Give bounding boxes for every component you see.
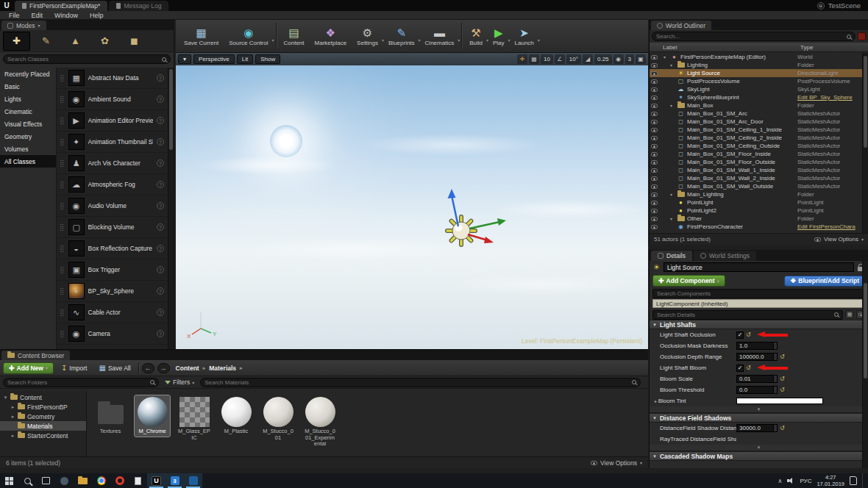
toolbar-settings-button[interactable]: ⚙Settings▾ <box>352 25 383 47</box>
blueprint-add-script-button[interactable]: ❖ Blueprint/Add Script <box>784 276 865 287</box>
asset-m-glass-epic[interactable]: M_Glass_EPIC <box>177 395 212 442</box>
asset-m-chrome[interactable]: M_Chrome <box>135 395 170 437</box>
visibility-eye-icon[interactable] <box>651 193 658 197</box>
notepad-icon[interactable] <box>129 473 147 488</box>
clock[interactable]: 4:27 17.01.2019 <box>817 474 844 488</box>
expander-icon[interactable]: ▾ <box>670 216 675 221</box>
outliner-search-input[interactable] <box>656 33 844 40</box>
visibility-eye-icon[interactable] <box>651 112 658 116</box>
outliner-row-postprocessvolume[interactable]: ▢PostProcessVolumePostProcessVolume <box>650 77 862 85</box>
section-expand-button[interactable]: ▼ <box>650 445 868 451</box>
add-new-button[interactable]: ✚ Add New ▾ <box>3 362 54 374</box>
app-3-icon[interactable]: 3 <box>166 473 184 488</box>
filters-button[interactable]: Filters ▾ <box>163 378 196 386</box>
reset-icon[interactable]: ↺ <box>746 365 751 371</box>
reset-icon[interactable]: ↺ <box>780 425 785 431</box>
breadcrumb-content[interactable]: Content <box>176 365 199 372</box>
visibility-eye-icon[interactable] <box>651 225 658 229</box>
actor-name-field[interactable]: Light Source <box>664 262 854 272</box>
back-button[interactable]: ← <box>142 363 154 373</box>
document-tab-firstpersonexamplemap[interactable]: FirstPersonExampleMap* <box>15 1 107 11</box>
visibility-eye-icon[interactable] <box>651 217 658 221</box>
outliner-row-main-box-01-sm-floor-inside[interactable]: ◻Main_Box_01_SM_Floor_InsideStaticMeshAc… <box>650 150 862 158</box>
category-geometry[interactable]: Geometry <box>0 130 56 143</box>
grid-snap-value[interactable]: 10 <box>541 54 553 64</box>
search-assets-input[interactable] <box>204 379 629 386</box>
landscape-mode-button[interactable]: ▲ <box>62 32 89 51</box>
expander-icon[interactable]: ▾ <box>670 62 675 68</box>
maximize-icon[interactable]: ▣ <box>636 54 646 64</box>
actor-type[interactable]: Edit BP_Sky_Sphere <box>797 94 862 101</box>
color-swatch[interactable] <box>736 398 823 404</box>
toolbar-play-button[interactable]: ▶Play▾ <box>488 25 510 47</box>
outliner-row-skysphereblueprint[interactable]: ✦SkySphereBlueprintEdit BP_Sky_Sphere <box>650 93 862 101</box>
unreal-icon[interactable]: U <box>147 473 166 488</box>
toolbar-content-button[interactable]: ▤Content <box>279 25 310 47</box>
unreal-logo-icon[interactable]: U <box>0 0 13 11</box>
media-player-icon[interactable] <box>184 473 202 488</box>
outliner-row-main-box-01-sm-floor-outside[interactable]: ◻Main_Box_01_SM_Floor_OutsideStaticMeshA… <box>650 158 862 166</box>
paint-mode-button[interactable]: ✎ <box>32 32 60 51</box>
category-basic[interactable]: Basic <box>0 80 56 93</box>
outliner-row-lighting[interactable]: ▾LightingFolder <box>650 61 862 69</box>
number-field[interactable]: 0.01 <box>736 375 778 383</box>
visibility-eye-icon[interactable] <box>651 168 658 173</box>
opera-icon[interactable] <box>110 473 129 488</box>
foliage-mode-button[interactable]: ✿ <box>91 32 118 51</box>
category-lights[interactable]: Lights <box>0 93 56 105</box>
toolbar-launch-button[interactable]: ➤Launch▾ <box>510 25 539 47</box>
search-filter-button[interactable] <box>858 32 866 40</box>
class-item-abstract-nav-data[interactable]: ⣿▦Abstract Nav Data? <box>57 68 168 89</box>
toolbar-cinematics-button[interactable]: ▬Cinematics▾ <box>420 25 460 47</box>
modes-scrollbar[interactable] <box>168 68 174 349</box>
section-header-distance-field-shadows[interactable]: ▼Distance Field Shadows <box>650 413 868 423</box>
tree-item-content[interactable]: ▾Content <box>0 392 86 402</box>
expander-icon[interactable]: ▸ <box>10 404 15 410</box>
outliner-row-main-box-01-sm-ceiling-1-inside[interactable]: ◻Main_Box_01_SM_Ceiling_1_InsideStaticMe… <box>650 126 862 134</box>
class-item-camera[interactable]: ⣿◉Camera? <box>57 323 168 345</box>
category-visual-effects[interactable]: Visual Effects <box>0 118 56 130</box>
section-header-cascaded-shadow-maps[interactable]: ▼Cascaded Shadow Maps <box>650 451 868 461</box>
visibility-eye-icon[interactable] <box>651 120 658 124</box>
chrome-icon[interactable] <box>92 473 110 488</box>
type-column-header[interactable]: Type <box>800 44 868 51</box>
toolbar-build-button[interactable]: ⚒Build▾ <box>464 25 488 47</box>
number-field[interactable]: 0.0 <box>736 386 778 394</box>
visibility-eye-icon[interactable] <box>651 63 658 68</box>
visibility-eye-icon[interactable] <box>651 184 658 189</box>
show-button[interactable]: Show <box>255 54 280 64</box>
expander-icon[interactable]: ▾ <box>670 103 675 108</box>
visibility-eye-icon[interactable] <box>651 128 658 132</box>
notification-center-icon[interactable] <box>850 476 857 485</box>
toolbar-save-current-button[interactable]: ▦Save Current <box>179 25 224 47</box>
visibility-eye-icon[interactable] <box>651 152 658 157</box>
tab-details[interactable]: Details <box>651 251 692 261</box>
scale-snap-value[interactable]: 0.25 <box>594 54 612 64</box>
language-indicator[interactable]: РУС <box>800 478 811 484</box>
reset-icon[interactable]: ↺ <box>780 354 785 360</box>
outliner-scrollbar[interactable] <box>862 53 868 233</box>
property-matrix-icon[interactable]: ▦ <box>845 310 854 319</box>
outliner-row-firstpersoncharacter[interactable]: ◉FirstPersonCharacterEdit FirstPersonCha… <box>650 223 862 231</box>
start-icon[interactable] <box>0 473 18 488</box>
category-cinematic[interactable]: Cinematic <box>0 105 56 118</box>
outliner-row-main-box-01-sm-wall-2-inside[interactable]: ◻Main_Box_01_SM_Wall_2_InsideStaticMeshA… <box>650 174 862 182</box>
reset-icon[interactable]: ↺ <box>746 331 751 338</box>
search-icon[interactable] <box>18 473 37 488</box>
checkbox[interactable]: ✓ <box>736 331 744 339</box>
rotation-snap-icon[interactable]: ∠ <box>555 54 565 64</box>
visibility-eye-icon[interactable] <box>651 144 658 148</box>
toolbar-blueprints-button[interactable]: ✎Blueprints▾ <box>383 25 420 47</box>
toolbar-source-control-button[interactable]: ◉Source Control▾ <box>224 25 273 47</box>
number-field[interactable]: 100000.0 <box>736 353 778 361</box>
expander-icon[interactable]: ▾ <box>3 395 8 401</box>
category-recently-placed[interactable]: Recently Placed <box>0 68 56 80</box>
tray-chevron-icon[interactable]: ∧ <box>778 478 783 484</box>
headset-icon[interactable] <box>55 473 74 488</box>
expander-icon[interactable]: ▸ <box>10 414 15 420</box>
reset-icon[interactable]: ↺ <box>780 376 785 382</box>
section-header-light-shafts[interactable]: ▼Light Shafts <box>650 320 868 329</box>
toolbar-marketplace-button[interactable]: ❖Marketplace <box>310 25 352 47</box>
menu-help[interactable]: Help <box>84 12 110 19</box>
expander-icon[interactable]: ▾ <box>664 54 668 60</box>
